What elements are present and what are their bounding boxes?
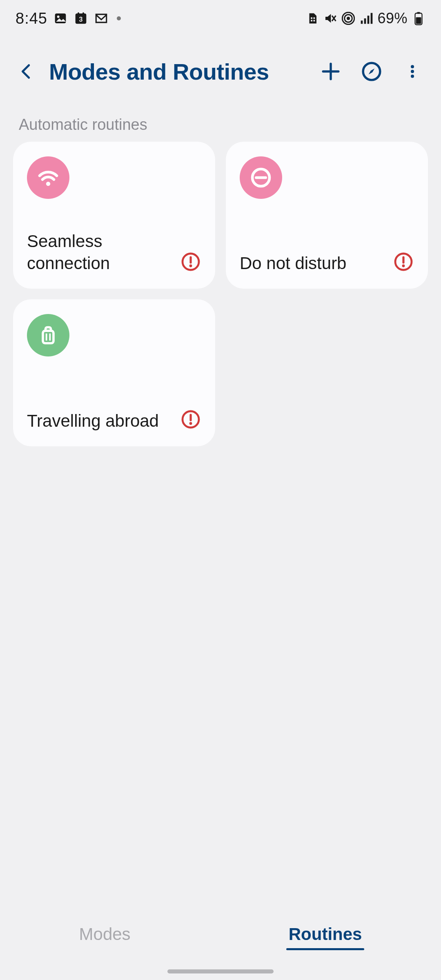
routine-label: Seamless connection xyxy=(27,230,176,275)
routine-label: Travelling abroad xyxy=(27,410,176,432)
hotspot-icon xyxy=(341,11,355,25)
status-bar: 8:45 3 69% xyxy=(0,0,441,37)
svg-rect-4 xyxy=(82,12,84,15)
mute-icon xyxy=(323,11,337,25)
page-title: Modes and Routines xyxy=(49,58,306,85)
routines-grid: Seamless connection Do not disturb Trave… xyxy=(0,142,441,446)
status-overflow-dot-icon xyxy=(117,16,121,20)
tab-routines[interactable]: Routines xyxy=(286,919,365,950)
chevron-left-icon xyxy=(17,62,36,81)
svg-rect-6 xyxy=(311,18,313,19)
svg-rect-9 xyxy=(314,20,315,22)
svg-point-1 xyxy=(57,16,60,18)
svg-point-42 xyxy=(189,422,192,425)
svg-point-25 xyxy=(411,65,414,68)
add-routine-button[interactable] xyxy=(314,55,347,88)
tab-modes[interactable]: Modes xyxy=(77,919,133,950)
routine-card-travelling-abroad[interactable]: Travelling abroad xyxy=(13,299,215,446)
svg-point-26 xyxy=(411,70,414,73)
svg-point-27 xyxy=(411,75,414,78)
svg-point-28 xyxy=(46,182,50,186)
svg-rect-20 xyxy=(417,12,420,13)
status-time: 8:45 xyxy=(16,10,47,27)
gallery-icon xyxy=(53,11,68,26)
sim-icon xyxy=(305,11,319,25)
svg-rect-37 xyxy=(43,331,53,343)
signal-icon xyxy=(359,11,373,25)
gmail-icon xyxy=(94,11,109,26)
svg-rect-21 xyxy=(416,17,421,24)
alert-icon xyxy=(180,251,201,272)
svg-rect-0 xyxy=(55,13,66,23)
svg-rect-7 xyxy=(314,18,315,19)
svg-rect-18 xyxy=(371,13,373,24)
battery-icon xyxy=(412,11,425,25)
gesture-bar xyxy=(167,969,274,973)
svg-text:3: 3 xyxy=(79,16,83,23)
routine-card-seamless-connection[interactable]: Seamless connection xyxy=(13,142,215,289)
svg-rect-17 xyxy=(368,16,370,24)
alert-icon xyxy=(393,251,414,272)
back-button[interactable] xyxy=(12,57,41,86)
svg-point-12 xyxy=(347,17,350,20)
status-battery: 69% xyxy=(377,10,408,27)
minus-circle-icon xyxy=(240,156,282,199)
wifi-icon xyxy=(27,156,69,199)
section-header: Automatic routines xyxy=(0,106,441,142)
bottom-nav: Modes Routines xyxy=(0,910,441,959)
svg-point-31 xyxy=(189,265,192,267)
alert-icon xyxy=(180,409,201,430)
svg-rect-8 xyxy=(311,20,313,22)
svg-point-36 xyxy=(402,265,405,267)
calendar-icon: 3 xyxy=(74,11,88,26)
discover-button[interactable] xyxy=(355,55,388,88)
more-vert-icon xyxy=(404,63,421,80)
compass-icon xyxy=(361,61,382,82)
overflow-menu-button[interactable] xyxy=(396,55,429,88)
svg-rect-16 xyxy=(364,18,366,24)
routine-card-do-not-disturb[interactable]: Do not disturb xyxy=(226,142,428,289)
svg-rect-15 xyxy=(361,20,363,24)
plus-icon xyxy=(321,61,341,82)
routine-label: Do not disturb xyxy=(240,252,389,275)
app-bar: Modes and Routines xyxy=(0,37,441,106)
svg-rect-3 xyxy=(78,12,79,15)
suitcase-icon xyxy=(27,314,69,356)
